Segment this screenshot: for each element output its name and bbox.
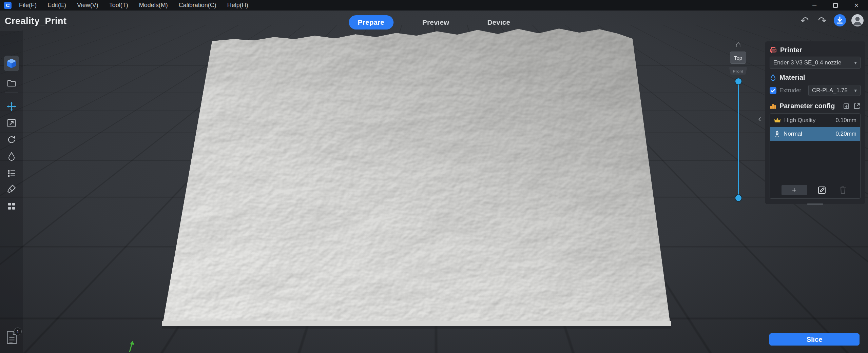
scale-icon <box>7 118 16 128</box>
prepare-cube-tool[interactable] <box>4 56 19 71</box>
account-avatar[interactable] <box>851 14 864 27</box>
material-select[interactable]: CR-PLA_1.75 ▾ <box>808 85 861 96</box>
scale-tool[interactable] <box>4 115 19 131</box>
message-doc[interactable]: 1 <box>6 331 18 346</box>
folder-icon <box>7 78 16 88</box>
printer-select-value: Ender-3 V3 SE_0.4 nozzle <box>773 59 841 66</box>
menu-tool[interactable]: Tool(T) <box>109 2 128 9</box>
download-glyph <box>833 14 846 27</box>
viewcube-front-label: Front <box>733 69 744 73</box>
project-title: Creality_Print <box>5 16 67 26</box>
paint-brush-icon <box>7 184 16 194</box>
viewcube-top-face[interactable]: Top <box>730 52 746 64</box>
chevron-down-icon: ▾ <box>854 60 857 66</box>
window-controls: – × <box>810 1 864 9</box>
viewcube-front-face[interactable]: Front <box>729 67 747 75</box>
import-export-icon[interactable] <box>843 102 850 110</box>
profile-normal[interactable]: Normal 0.20mm <box>770 127 860 141</box>
menu-models[interactable]: Models(M) <box>139 2 168 9</box>
chevron-down-icon: ▾ <box>854 87 857 94</box>
home-view-icon[interactable]: ⌂ <box>735 40 741 48</box>
extruder-row: Extruder CR-PLA_1.75 ▾ <box>770 85 861 96</box>
tab-device[interactable]: Device <box>478 15 519 30</box>
move-icon <box>6 101 17 112</box>
notification-badge: 1 <box>14 328 22 335</box>
toolbar-divider <box>5 93 18 93</box>
move-tool[interactable] <box>4 99 19 114</box>
add-profile-button[interactable]: + <box>782 185 807 195</box>
left-toolbar <box>0 31 23 353</box>
view-navigator: ⌂ Top Front <box>729 40 747 76</box>
support-paint-tool[interactable] <box>4 181 19 197</box>
viewport[interactable]: Creality_Print Prepare Preview Device ↶ … <box>0 11 868 353</box>
edit-icon <box>817 186 826 195</box>
delete-profile-button[interactable] <box>837 185 849 195</box>
material-section-header: Material <box>770 74 861 81</box>
profile-layer-height: 0.20mm <box>836 131 856 137</box>
parameter-section-header: Parameter config <box>770 102 861 110</box>
printer-section-header: Printer <box>770 46 861 54</box>
printer-icon <box>770 46 777 54</box>
support-tool[interactable] <box>4 149 19 164</box>
crown-icon <box>774 117 781 124</box>
profile-name: Normal <box>784 131 802 137</box>
close-button[interactable]: × <box>852 1 861 9</box>
menu-help[interactable]: Help(H) <box>227 2 248 9</box>
printer-select[interactable]: Ender-3 V3 SE_0.4 nozzle ▾ <box>770 57 861 69</box>
axis-gizmo <box>126 340 136 353</box>
cube-icon <box>6 58 17 69</box>
minimize-button[interactable]: – <box>810 1 818 9</box>
clip-slider[interactable] <box>735 78 742 201</box>
material-icon <box>770 74 776 81</box>
tab-prepare[interactable]: Prepare <box>349 15 393 30</box>
creality-logo-icon: C <box>4 2 12 9</box>
undo-icon[interactable]: ↶ <box>798 14 811 27</box>
menu-edit[interactable]: Edit(E) <box>47 2 66 9</box>
profile-list: High Quality 0.10mm Normal 0.20mm + <box>770 113 861 199</box>
profile-actions: + <box>770 182 860 198</box>
download-icon[interactable] <box>833 14 846 27</box>
menu-calibration[interactable]: Calibration(C) <box>179 2 216 9</box>
extruder-label: Extruder <box>779 87 805 94</box>
panel-collapse-icon[interactable]: ‹ <box>758 113 761 124</box>
maximize-icon <box>833 3 838 8</box>
object-list-tool[interactable] <box>4 165 19 181</box>
extruder-checkbox[interactable] <box>770 87 776 94</box>
open-file-tool[interactable] <box>4 75 19 91</box>
panel-resize-handle[interactable] <box>807 203 823 205</box>
apps-grid-icon <box>7 202 16 211</box>
menu-items: File(F) Edit(E) View(V) Tool(T) Models(M… <box>19 2 248 9</box>
material-section-title: Material <box>779 74 805 81</box>
check-icon <box>771 89 775 93</box>
rotate-tool[interactable] <box>4 132 19 148</box>
menu-file[interactable]: File(F) <box>19 2 37 9</box>
trash-icon <box>839 186 847 195</box>
model-library-tool[interactable] <box>4 198 19 214</box>
slice-button[interactable]: Slice <box>769 333 860 346</box>
profile-high-quality[interactable]: High Quality 0.10mm <box>770 114 860 127</box>
open-external-icon[interactable] <box>853 102 861 110</box>
object-list-icon <box>7 168 16 178</box>
menu-bar: C File(F) Edit(E) View(V) Tool(T) Models… <box>0 0 868 11</box>
menu-view[interactable]: View(V) <box>77 2 98 9</box>
viewcube-top-label: Top <box>734 55 742 61</box>
mode-tabs: Prepare Preview Device <box>349 15 519 30</box>
droplet-icon <box>7 152 16 161</box>
slider-track[interactable] <box>738 81 739 198</box>
tab-preview[interactable]: Preview <box>413 15 458 30</box>
parameter-icon <box>770 103 776 110</box>
profile-name: High Quality <box>784 117 816 124</box>
settings-panel: ‹ Printer Ender-3 V3 SE_0.4 nozzle ▾ Mat… <box>765 41 865 204</box>
logo-letter: C <box>6 2 10 8</box>
printer-section-title: Printer <box>780 46 802 54</box>
rocket-icon <box>774 130 780 138</box>
slider-handle-bottom[interactable] <box>735 195 741 201</box>
maximize-button[interactable] <box>831 1 840 9</box>
slider-handle-top[interactable] <box>735 78 741 84</box>
top-actions: ↶ ↷ <box>798 14 864 27</box>
app-window: C File(F) Edit(E) View(V) Tool(T) Models… <box>0 0 868 353</box>
redo-icon[interactable]: ↷ <box>816 14 829 27</box>
parameter-section-title: Parameter config <box>779 102 840 110</box>
profile-layer-height: 0.10mm <box>836 117 856 124</box>
edit-profile-button[interactable] <box>816 185 828 195</box>
